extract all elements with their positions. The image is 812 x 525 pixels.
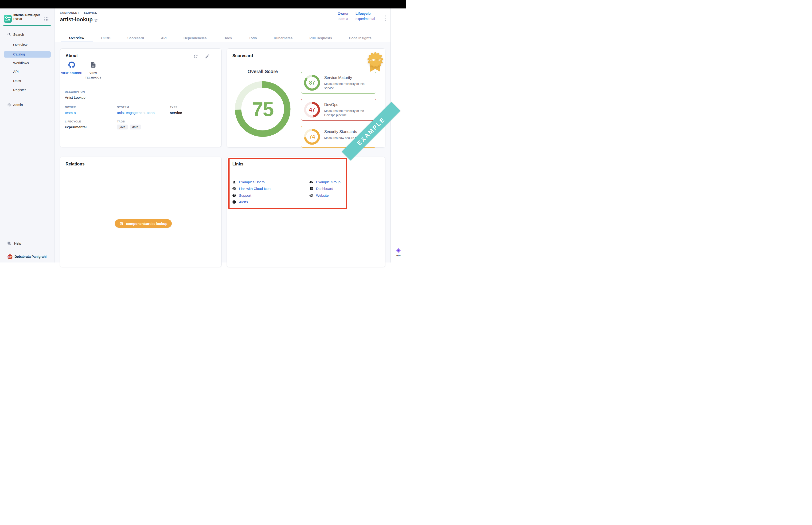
lifecycle-value: experimental [355,17,375,21]
header-owner: Owner team-a [338,12,349,21]
link-label: Link with Cloud Icon [239,186,271,191]
content-area: About VIEW SOURCE VIEW TECHDOCS [55,42,390,262]
kebab-menu-icon[interactable] [384,15,388,21]
relations-card: Relations component:artist-lookup [60,157,221,262]
tab-cicd[interactable]: CI/CD [93,34,119,42]
tab-kubernetes[interactable]: Kubernetes [265,34,301,42]
component-chip-icon [119,221,124,226]
brand-divider [3,25,51,26]
about-card: About VIEW SOURCE VIEW TECHDOCS [60,48,221,147]
owner-value-link[interactable]: team-a [338,17,349,21]
metric-card-devops[interactable]: 47 DevOps Measures the reliability of th… [301,99,376,121]
edit-pencil-icon[interactable] [205,54,210,59]
owner-value-link[interactable]: team-a [65,111,76,115]
sidebar-item-search[interactable]: Search [0,31,55,38]
metric-card-service-maturity[interactable]: 87 Service Maturity Measures the reliabi… [301,72,376,93]
sliders-logo-icon [4,15,12,23]
card-title: Scorecard [232,53,253,58]
metric-name: Security Standards [324,130,357,134]
link-label: Support [239,193,251,197]
links-card: Links Examples Users Link with Cloud Ico… [227,157,385,262]
apps-grid-icon[interactable] [44,17,48,21]
globe-icon [309,193,313,197]
tags-label: TAGS [117,120,141,123]
tab-scorecard[interactable]: Scorecard [119,34,153,42]
avatar[interactable]: DP [7,254,13,260]
aida-widget[interactable]: AIDA [395,247,402,257]
tag-chip[interactable]: java [117,124,128,130]
sidebar-item-label: Catalog [13,52,25,56]
type-label: TYPE [170,106,182,108]
metric-description: Measures the reliability of the DevOps p… [324,109,373,117]
metric-donut: 74 [304,129,320,145]
aida-flower-icon [395,247,402,254]
tab-code-insights[interactable]: Code Insights [340,34,380,42]
card-title: About [65,53,78,58]
link-label: Alerts [239,200,248,204]
metric-score: 74 [304,129,320,145]
sidebar-item-register[interactable]: Register [0,87,55,93]
overall-score-label: Overall Score [234,69,291,74]
sidebar-item-overview[interactable]: Overview [0,42,55,48]
link-alerts[interactable]: Alerts [232,199,271,206]
search-icon [7,32,11,37]
description-label: DESCRIPTION [65,90,86,93]
metric-name: Service Maturity [324,75,352,80]
link-example-group[interactable]: Example Group [309,179,340,185]
metric-donut: 47 [304,102,320,118]
sidebar-item-label: Overview [13,43,27,47]
gold-tier-badge: Gold Tier [367,52,383,68]
metric-name: DevOps [324,103,338,107]
link-website[interactable]: Website [309,192,340,199]
tab-docs[interactable]: Docs [215,34,240,42]
favorite-star-icon[interactable] [94,18,98,22]
app-logo[interactable] [4,15,12,23]
tag-chip[interactable]: data [130,124,141,130]
view-techdocs-button[interactable]: VIEW TECHDOCS [82,62,104,80]
metric-description: Measures the reliability of this service [324,82,373,90]
sidebar-item-workflows[interactable]: Workflows [0,60,55,66]
description-value: Artist Lookup [65,95,86,100]
sidebar-item-admin[interactable]: Admin [0,102,55,108]
link-cloud[interactable]: Link with Cloud Icon [232,185,271,192]
sidebar-item-help[interactable]: ? Help [0,240,55,247]
metric-score: 87 [304,75,320,91]
gear-icon [7,103,11,107]
help-circle-icon [232,193,236,197]
user-name[interactable]: Debabrata Panigrahi [15,255,47,258]
brand-name: Internal Developer Portal [13,13,41,21]
type-value: service [170,111,182,115]
refresh-icon[interactable] [193,54,198,59]
aida-label: AIDA [395,254,402,257]
tab-pull-requests[interactable]: Pull Requests [301,34,340,42]
card-title: Relations [65,162,85,167]
tab-dependencies[interactable]: Dependencies [175,34,215,42]
sidebar-item-label: API [13,70,18,74]
system-value-link[interactable]: artist-engagement-portal [117,111,155,115]
relation-node-chip[interactable]: component:artist-lookup [115,219,172,228]
sidebar-item-docs[interactable]: Docs [0,77,55,84]
card-title: Links [232,162,243,167]
metric-score: 47 [304,102,320,118]
metric-donut: 87 [304,75,320,91]
system-title-bar [0,0,406,9]
sidebar-item-label: Workflows [13,61,29,65]
tab-overview[interactable]: Overview [61,34,93,42]
globe-icon [232,186,236,191]
sidebar-item-label: Register [13,88,26,92]
link-examples-users[interactable]: Examples Users [232,179,271,185]
sidebar-item-catalog[interactable]: Catalog [4,51,51,58]
tab-bar: Overview CI/CD Scorecard API Dependencie… [55,34,390,42]
sidebar-item-api[interactable]: API [0,69,55,75]
view-source-label: VIEW SOURCE [61,71,82,75]
link-dashboard[interactable]: Dashboard [309,185,340,192]
tab-api[interactable]: API [153,34,175,42]
link-label: Examples Users [239,180,264,184]
view-source-button[interactable]: VIEW SOURCE [61,62,82,75]
breadcrumb-kicker: COMPONENT — SERVICE [60,11,97,14]
main-area: COMPONENT — SERVICE artist-lookup Owner … [55,9,406,262]
link-support[interactable]: Support [232,192,271,199]
sidebar-item-label: Docs [13,79,21,83]
tab-todo[interactable]: Todo [240,34,265,42]
owner-label: Owner [338,12,349,15]
